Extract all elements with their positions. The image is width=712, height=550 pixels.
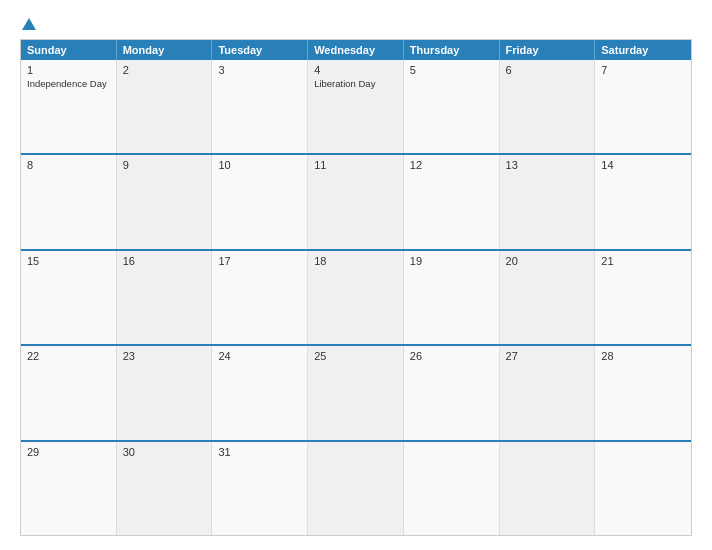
day-number: 15 bbox=[27, 255, 110, 267]
day-number: 6 bbox=[506, 64, 589, 76]
day-number: 29 bbox=[27, 446, 110, 458]
calendar-cell: 22 bbox=[21, 346, 117, 439]
calendar-cell: 25 bbox=[308, 346, 404, 439]
calendar-header-cell: Wednesday bbox=[308, 40, 404, 60]
calendar-cell: 24 bbox=[212, 346, 308, 439]
calendar-header-cell: Friday bbox=[500, 40, 596, 60]
calendar-cell: 8 bbox=[21, 155, 117, 248]
day-number: 18 bbox=[314, 255, 397, 267]
day-number: 4 bbox=[314, 64, 397, 76]
day-number: 25 bbox=[314, 350, 397, 362]
calendar-cell: 31 bbox=[212, 442, 308, 535]
calendar-cell: 6 bbox=[500, 60, 596, 153]
calendar-cell: 13 bbox=[500, 155, 596, 248]
holiday-label: Independence Day bbox=[27, 78, 110, 90]
header bbox=[20, 18, 692, 31]
day-number: 19 bbox=[410, 255, 493, 267]
calendar-cell: 14 bbox=[595, 155, 691, 248]
day-number: 17 bbox=[218, 255, 301, 267]
holiday-label: Liberation Day bbox=[314, 78, 397, 90]
calendar-week-row: 293031 bbox=[21, 440, 691, 535]
calendar-week-row: 891011121314 bbox=[21, 153, 691, 248]
calendar-cell: 4Liberation Day bbox=[308, 60, 404, 153]
day-number: 7 bbox=[601, 64, 685, 76]
day-number: 5 bbox=[410, 64, 493, 76]
day-number: 26 bbox=[410, 350, 493, 362]
day-number: 22 bbox=[27, 350, 110, 362]
calendar-cell: 26 bbox=[404, 346, 500, 439]
calendar-cell: 21 bbox=[595, 251, 691, 344]
calendar-cell bbox=[308, 442, 404, 535]
page: SundayMondayTuesdayWednesdayThursdayFrid… bbox=[0, 0, 712, 550]
calendar-cell bbox=[404, 442, 500, 535]
day-number: 10 bbox=[218, 159, 301, 171]
day-number: 16 bbox=[123, 255, 206, 267]
day-number: 14 bbox=[601, 159, 685, 171]
day-number: 1 bbox=[27, 64, 110, 76]
day-number: 11 bbox=[314, 159, 397, 171]
calendar-cell: 12 bbox=[404, 155, 500, 248]
day-number: 12 bbox=[410, 159, 493, 171]
calendar-cell: 7 bbox=[595, 60, 691, 153]
day-number: 24 bbox=[218, 350, 301, 362]
day-number: 27 bbox=[506, 350, 589, 362]
calendar-week-row: 1Independence Day234Liberation Day567 bbox=[21, 60, 691, 153]
day-number: 21 bbox=[601, 255, 685, 267]
day-number: 23 bbox=[123, 350, 206, 362]
weeks-container: 1Independence Day234Liberation Day567891… bbox=[21, 60, 691, 535]
calendar-header-cell: Tuesday bbox=[212, 40, 308, 60]
calendar-cell: 18 bbox=[308, 251, 404, 344]
calendar-cell: 28 bbox=[595, 346, 691, 439]
day-number: 2 bbox=[123, 64, 206, 76]
day-number: 20 bbox=[506, 255, 589, 267]
day-number: 28 bbox=[601, 350, 685, 362]
day-number: 31 bbox=[218, 446, 301, 458]
calendar-cell: 23 bbox=[117, 346, 213, 439]
logo bbox=[20, 18, 36, 31]
calendar-cell: 16 bbox=[117, 251, 213, 344]
calendar-header-cell: Thursday bbox=[404, 40, 500, 60]
calendar-header-cell: Monday bbox=[117, 40, 213, 60]
calendar-week-row: 22232425262728 bbox=[21, 344, 691, 439]
calendar-cell bbox=[500, 442, 596, 535]
day-number: 3 bbox=[218, 64, 301, 76]
calendar-cell: 9 bbox=[117, 155, 213, 248]
day-number: 9 bbox=[123, 159, 206, 171]
calendar-cell: 1Independence Day bbox=[21, 60, 117, 153]
day-number: 30 bbox=[123, 446, 206, 458]
calendar-cell: 2 bbox=[117, 60, 213, 153]
calendar-cell: 30 bbox=[117, 442, 213, 535]
day-number: 13 bbox=[506, 159, 589, 171]
calendar-cell: 5 bbox=[404, 60, 500, 153]
calendar-cell: 15 bbox=[21, 251, 117, 344]
calendar-cell bbox=[595, 442, 691, 535]
calendar-header-cell: Saturday bbox=[595, 40, 691, 60]
calendar-cell: 27 bbox=[500, 346, 596, 439]
calendar-cell: 11 bbox=[308, 155, 404, 248]
calendar: SundayMondayTuesdayWednesdayThursdayFrid… bbox=[20, 39, 692, 536]
calendar-cell: 29 bbox=[21, 442, 117, 535]
logo-triangle-icon bbox=[22, 18, 36, 30]
calendar-header-cell: Sunday bbox=[21, 40, 117, 60]
calendar-header-row: SundayMondayTuesdayWednesdayThursdayFrid… bbox=[21, 40, 691, 60]
calendar-cell: 19 bbox=[404, 251, 500, 344]
calendar-cell: 20 bbox=[500, 251, 596, 344]
calendar-cell: 3 bbox=[212, 60, 308, 153]
calendar-cell: 17 bbox=[212, 251, 308, 344]
calendar-week-row: 15161718192021 bbox=[21, 249, 691, 344]
day-number: 8 bbox=[27, 159, 110, 171]
calendar-cell: 10 bbox=[212, 155, 308, 248]
